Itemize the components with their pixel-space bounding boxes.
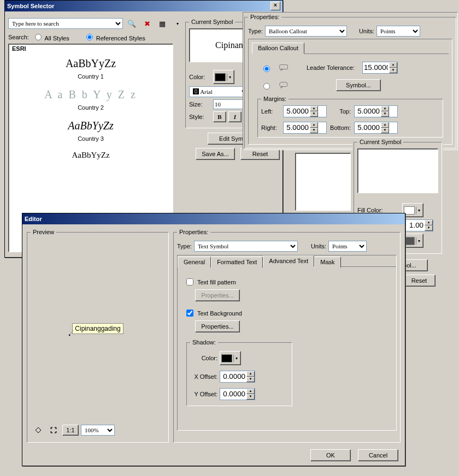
editor-type-select[interactable]: Text Symbol: [194, 241, 298, 252]
text-fill-pattern-checkbox[interactable]: Text fill pattern: [184, 277, 390, 287]
radio-all-styles[interactable]: All Styles: [32, 32, 69, 41]
editor-preview-area: Cipinanggading: [31, 239, 165, 419]
editor-window: Editor Preview Cipinanggading 1:1 100% P…: [22, 213, 405, 466]
size-input[interactable]: [213, 99, 246, 109]
editor-title: Editor: [25, 215, 42, 223]
editor-properties-legend: Properties:: [177, 229, 210, 235]
callout-leader-icon: [69, 330, 74, 336]
clear-search-icon[interactable]: ✖: [140, 17, 154, 30]
x-offset-label: X Offset:: [190, 373, 217, 380]
margins-legend: Margins:: [261, 96, 289, 102]
ok-button[interactable]: OK: [310, 449, 351, 461]
titlebar: Symbol Selector ×: [5, 1, 283, 11]
close-icon[interactable]: ×: [270, 2, 280, 10]
tab-balloon-callout[interactable]: Balloon Callout: [252, 43, 304, 54]
current-symbol-preview-2: [357, 148, 438, 193]
zoom-select[interactable]: 100%: [81, 425, 115, 436]
fill-properties-button: Properties...: [195, 289, 240, 301]
properties-legend: Properties:: [248, 14, 281, 20]
text-background-checkbox[interactable]: Text Background: [184, 308, 390, 318]
callout-round-icon: [279, 81, 288, 90]
list-item[interactable]: AaBbYyZz: [9, 120, 173, 132]
search-label: Search:: [8, 34, 30, 40]
margin-left-spinner[interactable]: ▲▼: [283, 105, 327, 117]
preview-callout: Cipinanggading: [72, 323, 123, 334]
style-label: Style:: [189, 114, 211, 120]
search-icon[interactable]: 🔍: [125, 17, 138, 30]
current-symbol-legend: Current Symbol: [189, 19, 235, 25]
list-item[interactable]: AaBbYyZz: [9, 57, 173, 70]
symbol-button[interactable]: Symbol...: [336, 79, 381, 91]
balloon-properties-panel: Properties: Type: Balloon Callout Units:…: [243, 12, 458, 150]
bold-button[interactable]: B: [213, 111, 226, 122]
font-select[interactable]: 🅾 Arial: [189, 86, 249, 97]
background-properties-button[interactable]: Properties...: [195, 320, 240, 332]
type-label: Type:: [248, 28, 263, 34]
units-label: Units:: [359, 28, 374, 34]
save-as-button[interactable]: Save As...: [196, 148, 235, 160]
svg-rect-1: [280, 82, 288, 87]
y-offset-spinner[interactable]: ▲▼: [220, 388, 255, 400]
editor-titlebar: Editor: [22, 213, 405, 224]
list-item[interactable]: AaBbYyZz: [9, 151, 173, 160]
current-symbol-legend-2: Current Symbol: [357, 139, 403, 145]
shadow-color-picker[interactable]: ▾: [220, 351, 241, 365]
color-picker[interactable]: ▾: [213, 70, 234, 84]
editor-units-select[interactable]: Points: [328, 241, 367, 252]
cancel-button[interactable]: Cancel: [358, 449, 398, 461]
tab-mask[interactable]: Mask: [314, 257, 340, 267]
callout-rect-icon: [279, 63, 288, 72]
leader-tolerance-label: Leader Tolerance:: [307, 64, 355, 71]
leader-tolerance-spinner[interactable]: ▲▼: [362, 62, 398, 74]
preview-box-middle: [295, 153, 351, 211]
editor-type-label: Type:: [177, 243, 192, 249]
shadow-legend: Shadow:: [190, 339, 218, 346]
y-offset-label: Y Offset:: [190, 391, 217, 397]
italic-button[interactable]: I: [228, 111, 242, 122]
type-select[interactable]: Balloon Callout: [265, 26, 347, 37]
reset-button-2[interactable]: Reset: [403, 275, 436, 287]
view-grid-icon[interactable]: ▦: [156, 17, 169, 30]
dropdown-icon[interactable]: ▾: [171, 17, 184, 30]
callout-style-round-radio[interactable]: [263, 83, 270, 90]
size-label: Size:: [189, 101, 211, 108]
radio-referenced-styles[interactable]: Referenced Styles: [84, 32, 145, 41]
tab-formatted-text[interactable]: Formatted Text: [211, 257, 263, 267]
outline-width-spinner[interactable]: ▲▼: [402, 219, 433, 231]
margin-right-spinner[interactable]: ▲▼: [283, 122, 327, 134]
editor-units-label: Units:: [311, 243, 326, 249]
x-offset-spinner[interactable]: ▲▼: [220, 371, 255, 383]
zoom-in-icon[interactable]: [47, 424, 60, 437]
tab-advanced-text[interactable]: Advanced Text: [263, 255, 314, 267]
search-input[interactable]: Type here to search: [8, 18, 123, 29]
shadow-color-label: Color:: [190, 355, 217, 361]
color-label: Color:: [189, 74, 211, 80]
zoom-reset-button[interactable]: 1:1: [62, 425, 79, 436]
callout-style-rect-radio[interactable]: [263, 66, 270, 72]
svg-rect-0: [280, 65, 288, 69]
zoom-out-icon[interactable]: [32, 424, 45, 437]
list-item[interactable]: A a B b Y y Z z: [9, 88, 173, 101]
margin-bottom-spinner[interactable]: ▲▼: [354, 122, 398, 134]
list-header: ESRI: [9, 44, 173, 53]
window-title: Symbol Selector: [7, 2, 54, 10]
units-select[interactable]: Points: [376, 26, 420, 37]
preview-legend: Preview: [31, 229, 56, 235]
tab-general[interactable]: General: [178, 257, 211, 267]
margin-top-spinner[interactable]: ▲▼: [354, 105, 398, 117]
